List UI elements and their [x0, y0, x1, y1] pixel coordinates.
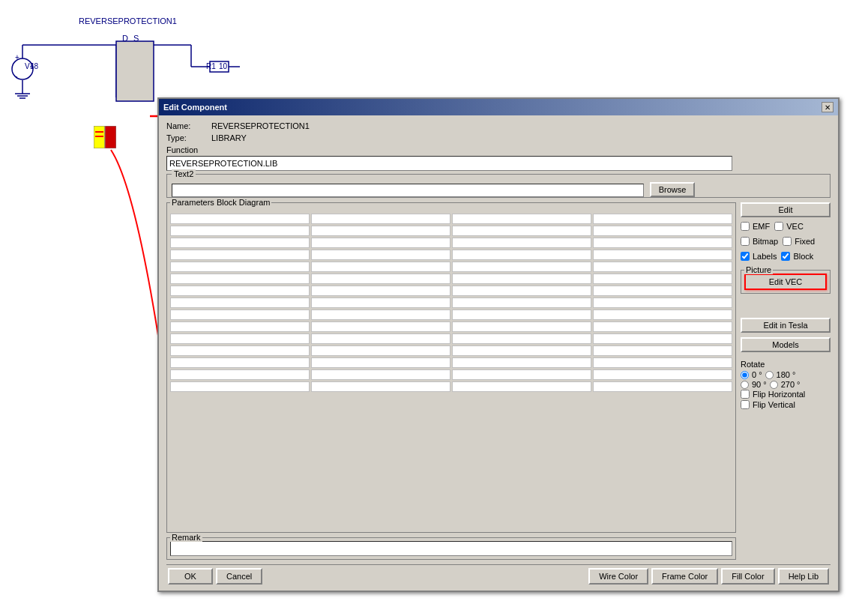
params-cell[interactable] — [170, 274, 310, 284]
params-cell[interactable] — [311, 250, 450, 260]
rotate-0-label[interactable]: 0 ° — [741, 370, 762, 379]
params-cell[interactable] — [593, 369, 732, 380]
params-cell[interactable] — [452, 309, 591, 320]
params-cell[interactable] — [311, 345, 450, 356]
params-cell[interactable] — [593, 286, 732, 296]
rotate-180-radio[interactable] — [765, 371, 774, 379]
params-cell[interactable] — [593, 333, 732, 344]
bitmap-checkbox-label[interactable]: Bitmap — [741, 237, 778, 246]
params-cell[interactable] — [452, 369, 591, 380]
rotate-90-label[interactable]: 90 ° — [741, 380, 767, 389]
params-cell[interactable] — [593, 262, 732, 272]
params-cell[interactable] — [311, 357, 450, 368]
rotate-270-radio[interactable] — [770, 381, 778, 389]
params-cell[interactable] — [311, 274, 450, 284]
edit-button[interactable]: Edit — [741, 202, 831, 217]
params-cell[interactable] — [593, 298, 732, 308]
params-cell[interactable] — [452, 250, 591, 260]
params-cell[interactable] — [170, 238, 310, 248]
params-cell[interactable] — [452, 262, 591, 272]
params-cell[interactable] — [593, 345, 732, 356]
params-cell[interactable] — [593, 309, 732, 320]
params-cell[interactable] — [452, 226, 591, 236]
params-cell[interactable] — [311, 333, 450, 344]
rotate-90-radio[interactable] — [741, 381, 749, 389]
flip-v-label[interactable]: Flip Vertical — [741, 400, 831, 409]
params-cell[interactable] — [311, 309, 450, 320]
type-value: LIBRARY — [211, 133, 247, 142]
text2-input[interactable] — [172, 184, 644, 197]
fixed-checkbox[interactable] — [783, 237, 792, 246]
params-cell[interactable] — [452, 345, 591, 356]
params-cell[interactable] — [311, 286, 450, 296]
params-cell[interactable] — [170, 286, 310, 296]
flip-horizontal-checkbox[interactable] — [741, 390, 750, 399]
params-cell[interactable] — [593, 226, 732, 236]
params-cell[interactable] — [311, 226, 450, 236]
remark-input[interactable] — [170, 541, 732, 556]
flip-vertical-checkbox[interactable] — [741, 400, 750, 409]
emf-checkbox[interactable] — [741, 222, 750, 231]
bitmap-checkbox[interactable] — [741, 237, 750, 246]
params-cell[interactable] — [170, 226, 310, 236]
models-button[interactable]: Models — [741, 337, 831, 352]
vec-checkbox-label[interactable]: VEC — [774, 222, 804, 231]
params-cell[interactable] — [452, 321, 591, 332]
params-cell[interactable] — [170, 298, 310, 308]
params-cell[interactable] — [452, 333, 591, 344]
params-cell[interactable] — [452, 357, 591, 368]
params-cell[interactable] — [593, 357, 732, 368]
params-cell[interactable] — [170, 333, 310, 344]
emf-checkbox-label[interactable]: EMF — [741, 222, 770, 231]
params-cell[interactable] — [311, 262, 450, 272]
browse-button[interactable]: Browse — [650, 182, 695, 197]
params-cell[interactable] — [311, 214, 450, 224]
block-checkbox[interactable] — [781, 252, 790, 261]
block-checkbox-label[interactable]: Block — [781, 252, 813, 261]
flip-h-label[interactable]: Flip Horizontal — [741, 390, 831, 399]
params-cell[interactable] — [170, 357, 310, 368]
params-cell[interactable] — [452, 214, 591, 224]
params-cell[interactable] — [593, 274, 732, 284]
params-cell[interactable] — [170, 369, 310, 380]
params-cell[interactable] — [593, 250, 732, 260]
params-cell[interactable] — [170, 214, 310, 224]
close-button[interactable]: ✕ — [822, 102, 834, 112]
params-cell[interactable] — [452, 274, 591, 284]
params-cell[interactable] — [593, 381, 732, 392]
params-cell[interactable] — [170, 345, 310, 356]
help-lib-button[interactable]: Help Lib — [778, 568, 829, 585]
edit-in-tesla-button[interactable]: Edit in Tesla — [741, 318, 831, 333]
wire-color-button[interactable]: Wire Color — [588, 568, 648, 585]
params-cell[interactable] — [311, 381, 450, 392]
params-cell[interactable] — [452, 286, 591, 296]
vec-checkbox[interactable] — [774, 222, 783, 231]
cancel-button[interactable]: Cancel — [216, 568, 262, 585]
params-cell[interactable] — [170, 262, 310, 272]
params-cell[interactable] — [170, 381, 310, 392]
edit-vec-button[interactable]: Edit VEC — [744, 274, 827, 290]
params-cell[interactable] — [170, 309, 310, 320]
params-cell[interactable] — [311, 321, 450, 332]
params-cell[interactable] — [311, 298, 450, 308]
rotate-0-radio[interactable] — [741, 371, 749, 379]
fill-color-button[interactable]: Fill Color — [721, 568, 774, 585]
params-cell[interactable] — [593, 238, 732, 248]
params-cell[interactable] — [452, 381, 591, 392]
params-cell[interactable] — [593, 214, 732, 224]
params-cell[interactable] — [311, 238, 450, 248]
frame-color-button[interactable]: Frame Color — [651, 568, 718, 585]
function-input[interactable] — [166, 156, 732, 171]
labels-checkbox[interactable] — [741, 252, 750, 261]
params-cell[interactable] — [452, 298, 591, 308]
params-cell[interactable] — [170, 250, 310, 260]
params-cell[interactable] — [311, 369, 450, 380]
fixed-checkbox-label[interactable]: Fixed — [783, 237, 815, 246]
labels-checkbox-label[interactable]: Labels — [741, 252, 777, 261]
rotate-270-label[interactable]: 270 ° — [770, 380, 801, 389]
ok-button[interactable]: OK — [168, 568, 213, 585]
params-cell[interactable] — [170, 321, 310, 332]
rotate-180-label[interactable]: 180 ° — [765, 370, 796, 379]
params-cell[interactable] — [593, 321, 732, 332]
params-cell[interactable] — [452, 238, 591, 248]
